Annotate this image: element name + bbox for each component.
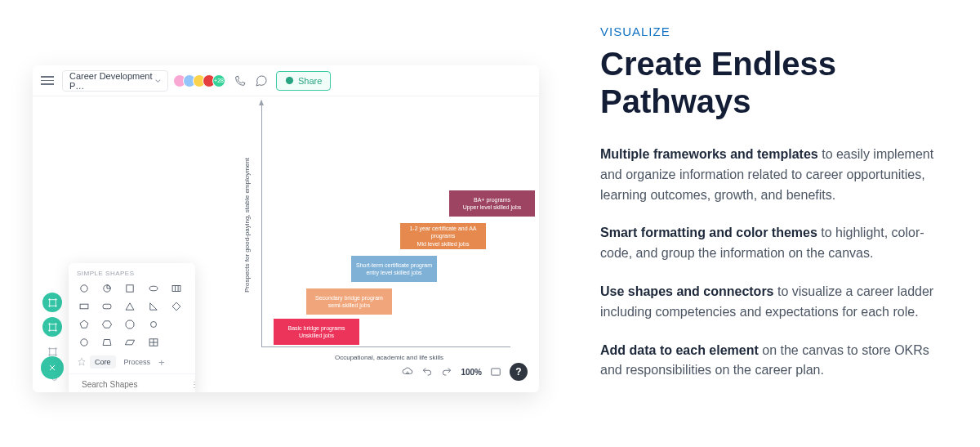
canvas-area[interactable]: Prospects for good-paying, stable employ… <box>33 96 539 392</box>
redo-icon[interactable] <box>441 366 452 378</box>
ladder-step-2[interactable]: Secondary bridge programsemi-skilled job… <box>306 288 392 315</box>
x-axis-label: Occupational, academic and life skills <box>335 354 443 361</box>
shape-search-row: ⋮ <box>69 373 195 389</box>
fit-screen-icon[interactable] <box>490 366 501 378</box>
octagon-shape-icon[interactable] <box>122 318 137 331</box>
document-name-dropdown[interactable]: Career Development P… <box>62 70 168 92</box>
share-label: Share <box>298 76 322 86</box>
roundrect-shape-icon[interactable] <box>100 300 114 313</box>
svg-point-6 <box>149 286 158 291</box>
tab-process[interactable]: Process <box>119 355 156 369</box>
square-shape-icon[interactable] <box>122 282 137 295</box>
comment-icon[interactable] <box>255 74 268 87</box>
tab-core[interactable]: Core <box>90 355 116 369</box>
frame-tool-button[interactable] <box>42 293 62 312</box>
svg-rect-14 <box>492 369 501 375</box>
page-heading: Create Endless Pathways <box>600 45 951 120</box>
table-shape-icon[interactable] <box>169 282 184 295</box>
small-circle-shape-icon[interactable] <box>146 318 161 331</box>
collaborator-avatars[interactable]: +28 <box>176 74 225 87</box>
svg-rect-9 <box>103 304 111 309</box>
shapes-panel: SIMPLE SHAPES <box>69 263 195 392</box>
panel-title: SIMPLE SHAPES <box>77 270 187 277</box>
svg-point-3 <box>81 285 87 292</box>
ladder-step-1[interactable]: Basic bridge programsUnskilled jobs <box>274 319 359 345</box>
undo-icon[interactable] <box>421 366 433 378</box>
add-tab-button[interactable]: + <box>158 357 165 368</box>
blank-shape-slot <box>169 336 184 349</box>
trapezoid-shape-icon[interactable] <box>100 336 114 349</box>
svg-point-10 <box>150 322 156 328</box>
ladder-step-5[interactable]: BA+ programsUpper level skilled jobs <box>449 190 535 217</box>
x-axis <box>261 346 510 347</box>
more-options-icon[interactable]: ⋮ <box>190 380 199 389</box>
shape-grid <box>77 282 187 349</box>
eyebrow-label: VISUALIZE <box>600 25 951 38</box>
ladder-step-3[interactable]: Short-term certificate programentry leve… <box>351 256 437 282</box>
rect-shape-icon[interactable] <box>77 300 91 313</box>
phone-icon[interactable] <box>234 74 247 87</box>
diamond-shape-icon[interactable] <box>169 300 184 313</box>
ladder-step-4[interactable]: 1-2 year certificate and AA programsMid … <box>400 223 486 249</box>
help-button[interactable]: ? <box>510 363 528 381</box>
document-name-label: Career Development P… <box>69 71 155 91</box>
frame-tool-button-2[interactable] <box>42 317 62 337</box>
zoom-level[interactable]: 100% <box>461 368 482 377</box>
hexagon-shape-icon[interactable] <box>100 318 114 331</box>
ellipse-shape-icon[interactable] <box>146 282 161 295</box>
feature-paragraph-2: Smart formatting and color themes to hig… <box>600 223 951 264</box>
panel-tabs: Core Process + <box>77 355 187 369</box>
feature-paragraph-3: Use shapes and connectors to visualize a… <box>600 282 951 323</box>
svg-rect-5 <box>127 285 133 292</box>
globe-icon <box>285 76 294 85</box>
share-button[interactable]: Share <box>276 71 331 91</box>
feature-paragraph-1: Multiple frameworks and templates to eas… <box>600 145 951 205</box>
outline-circle-shape-icon[interactable] <box>77 336 91 349</box>
top-bar: Career Development P… +28 Share <box>33 65 539 96</box>
parallelogram-shape-icon[interactable] <box>122 336 137 349</box>
pentagon-shape-icon[interactable] <box>77 318 91 331</box>
triangle-shape-icon[interactable] <box>122 300 137 313</box>
circle-shape-icon[interactable] <box>77 282 91 295</box>
y-axis-label: Prospects for good-paying, stable employ… <box>243 158 251 293</box>
close-panel-button[interactable] <box>41 356 64 379</box>
blank-shape-slot <box>169 318 184 331</box>
svg-point-11 <box>81 339 87 346</box>
cloud-sync-icon[interactable] <box>402 366 413 378</box>
app-window: Career Development P… +28 Share <box>33 65 539 392</box>
avatar-overflow-badge: +28 <box>212 74 225 87</box>
search-shapes-input[interactable] <box>82 380 185 389</box>
feature-paragraph-4: Add data to each element on the canvas t… <box>600 341 951 382</box>
svg-rect-7 <box>172 286 180 292</box>
right-triangle-shape-icon[interactable] <box>146 300 161 313</box>
chevron-down-icon <box>155 78 161 84</box>
grid-shape-icon[interactable] <box>146 336 161 349</box>
bottom-right-controls: 100% ? <box>402 363 528 381</box>
arc-shape-icon[interactable] <box>100 282 114 295</box>
svg-rect-8 <box>80 304 88 309</box>
y-axis <box>261 101 262 347</box>
pin-icon[interactable] <box>77 357 87 367</box>
hamburger-menu-icon[interactable] <box>41 76 54 85</box>
marketing-copy: VISUALIZE Create Endless Pathways Multip… <box>572 0 980 447</box>
